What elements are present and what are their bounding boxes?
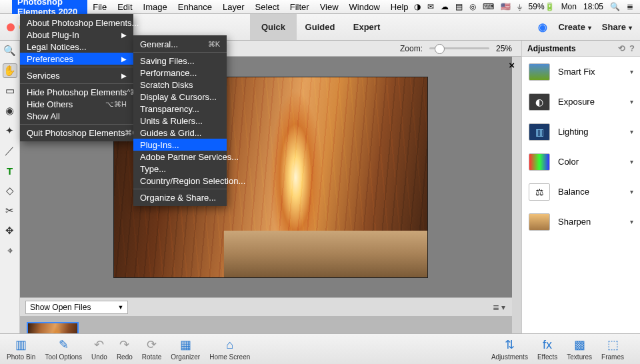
chevron-down-icon: ▾ (630, 158, 633, 165)
app-menu-dropdown[interactable]: About Photoshop Elements...About Plug-In… (20, 14, 133, 141)
reset-icon[interactable]: ⟲ (618, 43, 625, 53)
notifications-icon[interactable]: ◉ (538, 21, 547, 33)
adjustment-icon (529, 213, 550, 231)
menu-item[interactable]: Guides & Grid... (133, 127, 227, 139)
bottom-photo-bin[interactable]: ▥Photo Bin (7, 337, 35, 361)
menu-enhance[interactable]: Enhance (173, 0, 217, 14)
organizer-icon: ▦ (180, 337, 191, 352)
file-strip-bar: Show Open Files▼ ≣ ▾ ▾ (20, 297, 521, 316)
tab-guided[interactable]: Guided (297, 14, 343, 40)
tool-wand[interactable]: ✦ (3, 123, 17, 138)
adjustment-balance[interactable]: ⚖Balance▾ (522, 177, 640, 207)
close-icon[interactable] (7, 23, 15, 31)
menu-item[interactable]: Plug-Ins... (133, 139, 227, 151)
menu-item[interactable]: Performance... (133, 67, 227, 79)
menu-item[interactable]: Country/Region Selection... (133, 175, 227, 187)
menu-item[interactable]: Display & Cursors... (133, 91, 227, 103)
tool-type[interactable]: T (3, 163, 17, 178)
vertical-scrollbar[interactable] (512, 57, 521, 364)
mode-tabs: QuickGuidedExpert (250, 14, 390, 40)
menu-window[interactable]: Window (344, 0, 385, 14)
menu-item[interactable]: About Plug-In▶ (20, 29, 133, 41)
tool-hand[interactable]: ✋ (3, 63, 17, 78)
adjustment-lighting[interactable]: ▥Lighting▾ (522, 117, 640, 147)
mac-menubar: Adobe Photoshop Elements 2020 Editor Fil… (0, 0, 640, 14)
bottom-organizer[interactable]: ▦Organizer (171, 337, 200, 361)
menu-edit[interactable]: Edit (112, 0, 137, 14)
menu-item[interactable]: Services▶ (20, 69, 133, 81)
battery-status: 59% 🔋 (529, 2, 555, 11)
menu-item[interactable]: Legal Notices... (20, 41, 133, 53)
rotate-icon: ⟳ (147, 337, 157, 352)
tool-crop[interactable]: ✂ (3, 203, 17, 218)
status-icon: ◑ (414, 2, 421, 11)
bottom-undo[interactable]: ↶Undo (91, 337, 107, 361)
menu-item[interactable]: Units & Rulers... (133, 115, 227, 127)
menu-help[interactable]: Help (385, 0, 414, 14)
flag-icon: 🇺🇸 (501, 2, 511, 11)
status-icon: ☁ (441, 2, 449, 11)
menu-layer[interactable]: Layer (217, 0, 250, 14)
adjustments-icon: ⇅ (505, 337, 515, 352)
adjustment-icon: ▥ (529, 123, 550, 141)
bottom-effects[interactable]: fxEffects (537, 337, 557, 361)
bottom-textures[interactable]: ▩Textures (567, 337, 592, 361)
create-button[interactable]: Create (558, 22, 591, 32)
clock-time: 18:05 (583, 2, 603, 11)
effects-icon: fx (543, 337, 552, 352)
bottom-home-screen[interactable]: ⌂Home Screen (209, 337, 250, 361)
tool-brush[interactable]: ／ (3, 143, 17, 158)
menu-item[interactable]: Type... (133, 163, 227, 175)
bottom-adjustments[interactable]: ⇅Adjustments (491, 337, 528, 361)
menu-item[interactable]: Saving Files... (133, 55, 227, 67)
menu-filter[interactable]: Filter (285, 0, 315, 14)
tab-quick[interactable]: Quick (250, 14, 297, 40)
tool-eye[interactable]: ◉ (3, 103, 17, 118)
list-view-icon[interactable]: ≣ ▾ (493, 303, 505, 312)
menu-item[interactable]: Show All (20, 110, 133, 122)
bottom-tool-options[interactable]: ✎Tool Options (45, 337, 82, 361)
share-button[interactable]: Share (602, 22, 632, 32)
tab-expert[interactable]: Expert (343, 14, 390, 40)
menu-image[interactable]: Image (138, 0, 173, 14)
menu-item[interactable]: About Photoshop Elements... (20, 17, 133, 29)
tool-heal[interactable]: ◇ (3, 183, 17, 198)
chevron-down-icon: ▾ (630, 188, 633, 195)
menu-item[interactable]: Preferences▶ (20, 53, 133, 65)
app-menu-title[interactable]: Adobe Photoshop Elements 2020 Editor (12, 0, 87, 14)
tool-select[interactable]: ▭ (3, 83, 17, 98)
zoom-slider[interactable] (429, 47, 489, 49)
spotlight-icon[interactable]: 🔍 (610, 2, 620, 11)
menu-item[interactable]: Transparency... (133, 103, 227, 115)
menu-view[interactable]: View (315, 0, 344, 14)
menu-item[interactable]: Scratch Disks (133, 79, 227, 91)
menu-item[interactable]: Hide Photoshop Elements^⌘H (20, 86, 133, 98)
adjustment-icon: ⚖ (529, 183, 550, 201)
bottom-redo[interactable]: ↷Redo (117, 337, 133, 361)
menu-item[interactable]: Hide Others⌥⌘H (20, 98, 133, 110)
help-icon[interactable]: ? (629, 43, 635, 53)
tool-zoom[interactable]: 🔍 (3, 43, 17, 58)
show-open-files-select[interactable]: Show Open Files▼ (25, 301, 128, 314)
chevron-down-icon: ▾ (630, 218, 633, 225)
menu-item[interactable]: Adobe Partner Services... (133, 151, 227, 163)
preferences-submenu[interactable]: General...⌘KSaving Files...Performance..… (133, 35, 227, 206)
adjustment-smart-fix[interactable]: Smart Fix▾ (522, 57, 640, 87)
siri-icon[interactable]: ≣ (627, 2, 633, 11)
clock-day: Mon (561, 2, 577, 11)
bottom-rotate[interactable]: ⟳Rotate (142, 337, 161, 361)
adjustment-sharpen[interactable]: Sharpen▾ (522, 207, 640, 237)
menu-item[interactable]: General...⌘K (133, 38, 227, 50)
adjustment-exposure[interactable]: ◐Exposure▾ (522, 87, 640, 117)
tool-clone[interactable]: ⌖ (3, 243, 17, 258)
menu-item[interactable]: Organize & Share... (133, 191, 227, 203)
bottom-frames[interactable]: ⬚Frames (601, 337, 624, 361)
bottom-toolbar: ▥Photo Bin✎Tool Options↶Undo↷Redo⟳Rotate… (0, 333, 640, 364)
menu-file[interactable]: File (87, 0, 112, 14)
tool-move[interactable]: ✥ (3, 223, 17, 238)
adjustment-color[interactable]: Color▾ (522, 147, 640, 177)
menu-select[interactable]: Select (250, 0, 285, 14)
mac-status-tray: ◑ ✉ ☁ ▤ ◎ ⌨ 🇺🇸 ⏚ 59% 🔋 Mon 18:05 🔍 ≣ (414, 2, 640, 11)
close-document-icon[interactable]: × (509, 59, 515, 71)
menu-item[interactable]: Quit Photoshop Elements⌘Q (20, 127, 133, 139)
